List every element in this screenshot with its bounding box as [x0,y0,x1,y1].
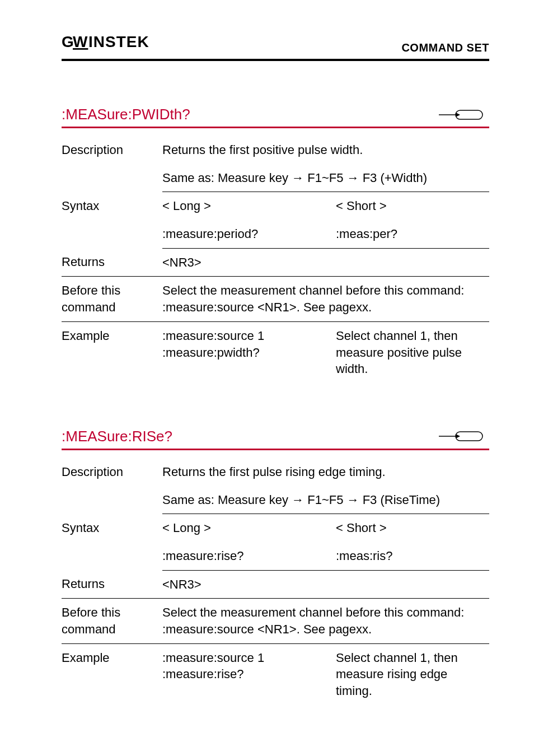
page-header: G W INSTEK COMMAND SET [62,34,489,61]
example-commands: :measure:source 1 :measure:pwidth? [162,321,336,383]
svg-text:W: W [73,34,88,50]
command-header-row: :MEASure:RISe? [62,428,489,450]
example-cmd: :measure:rise? [162,666,332,683]
command-header-row: :MEASure:PWIDth? [62,106,489,128]
syntax-short: :meas:ris? [336,542,489,570]
command-title: :MEASure:RISe? [62,428,172,445]
description-text: Same as: Measure key → F1~F5 → F3 (+Widt… [162,164,489,192]
syntax-long: :measure:period? [162,220,336,248]
returns-value: <NR3> [162,570,489,599]
row-label: Description [62,136,162,192]
row-label: Description [62,458,162,514]
query-icon [439,109,489,121]
returns-value: <NR3> [162,248,489,277]
row-label: Before this command [62,277,162,321]
example-cmd: :measure:source 1 [162,328,332,344]
before-text: Select the measurement channel before th… [162,599,489,643]
example-cmd: :measure:pwidth? [162,344,332,361]
section-heading: COMMAND SET [401,41,489,54]
syntax-header: < Long > [162,192,336,220]
example-cmd: :measure:source 1 [162,650,332,666]
row-label: Before this command [62,599,162,643]
row-label: Example [62,643,162,705]
brand-logo: G W INSTEK [62,34,168,54]
row-label: Syntax [62,192,162,248]
syntax-header: < Short > [336,192,489,220]
row-label: Returns [62,248,162,277]
syntax-header: < Short > [336,514,489,542]
example-result: Select channel 1, then measure positive … [336,321,489,383]
row-label: Returns [62,570,162,599]
row-label: Syntax [62,514,162,570]
definition-table: Description Returns the first positive p… [62,136,489,383]
syntax-short: :meas:per? [336,220,489,248]
example-commands: :measure:source 1 :measure:rise? [162,643,336,705]
definition-table: Description Returns the first pulse risi… [62,458,489,705]
description-text: Returns the first pulse rising edge timi… [162,458,489,486]
syntax-long: :measure:rise? [162,542,336,570]
description-text: Same as: Measure key → F1~F5 → F3 (RiseT… [162,486,489,514]
command-title: :MEASure:PWIDth? [62,106,190,123]
example-result: Select channel 1, then measure rising ed… [336,643,489,705]
svg-text:INSTEK: INSTEK [88,34,149,50]
before-text: Select the measurement channel before th… [162,277,489,321]
query-icon [439,430,489,442]
syntax-header: < Long > [162,514,336,542]
row-label: Example [62,321,162,383]
description-text: Returns the first positive pulse width. [162,136,489,164]
